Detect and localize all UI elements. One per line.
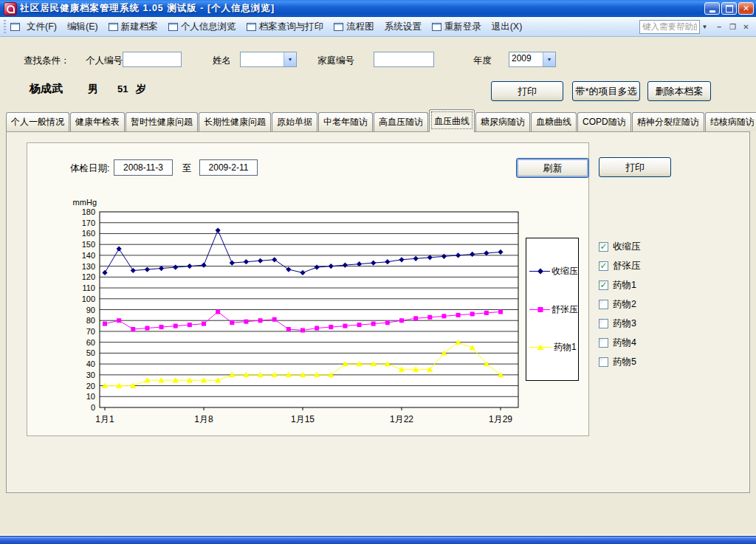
chart-panel: 体检日期: 至 刷新 01020304050607080901001101201…: [27, 142, 589, 436]
tab-9[interactable]: 血糖曲线: [531, 112, 577, 131]
year-select-value: 2009: [509, 52, 543, 66]
menu-item-7[interactable]: 重新登录: [427, 19, 487, 35]
mdi-close-button[interactable]: ✕: [740, 21, 752, 32]
svg-text:mmHg: mmHg: [73, 198, 97, 207]
panel-print-button[interactable]: 打印: [599, 157, 671, 177]
toolbar-grip-icon[interactable]: [4, 20, 6, 34]
series-checkbox-3[interactable]: 药物2: [599, 295, 641, 314]
menu-item-6[interactable]: 系统设置: [379, 19, 427, 35]
checkbox-unchecked-icon[interactable]: [599, 319, 608, 328]
restore-button[interactable]: [721, 2, 737, 15]
svg-text:120: 120: [82, 272, 95, 281]
family-id-input[interactable]: [374, 52, 434, 67]
svg-text:160: 160: [82, 229, 95, 238]
svg-text:20: 20: [86, 382, 95, 390]
tab-label: 糖尿病随访: [481, 116, 525, 128]
tab-4[interactable]: 原始单据: [272, 112, 317, 131]
series-checkbox-5[interactable]: 药物4: [599, 333, 641, 352]
taskbar[interactable]: [0, 536, 756, 544]
close-button[interactable]: ✕: [738, 2, 754, 15]
blood-pressure-curve-page: 体检日期: 至 刷新 01020304050607080901001101201…: [6, 131, 750, 493]
svg-text:150: 150: [82, 240, 95, 249]
window-title: 社区居民健康档案管理系统 1.05 测试版 - [个人信息浏览]: [20, 2, 704, 15]
blood-pressure-chart: 0102030405060708090100110120130140150160…: [27, 143, 590, 437]
personal-id-input[interactable]: [123, 52, 182, 67]
menu-item-4[interactable]: 档案查询与打印: [241, 19, 329, 35]
svg-text:180: 180: [82, 207, 95, 216]
series-checkbox-0[interactable]: ✓收缩压: [599, 237, 641, 256]
menu-item-label: 档案查询与打印: [259, 21, 324, 33]
series-checkbox-label: 药物4: [613, 337, 636, 349]
chevron-down-icon[interactable]: ▼: [284, 52, 296, 66]
series-checkbox-6[interactable]: 药物5: [599, 352, 641, 371]
tab-strip: 个人一般情况健康年检表暂时性健康问题长期性健康问题原始单据中老年随访高血压随访血…: [6, 109, 752, 131]
svg-text:80: 80: [86, 316, 95, 325]
tab-12[interactable]: 结核病随访: [705, 112, 756, 131]
chevron-down-icon[interactable]: ▼: [543, 52, 555, 66]
name-select[interactable]: ▼: [240, 52, 297, 67]
tab-label: 血糖曲线: [536, 116, 571, 128]
menu-item-label: 编辑(E): [67, 21, 98, 33]
checkbox-checked-icon[interactable]: ✓: [599, 242, 608, 252]
series-toggle-list: ✓收缩压✓舒张压✓药物1药物2药物3药物4药物5: [599, 237, 641, 371]
tab-label: 长期性健康问题: [204, 116, 266, 128]
tab-label: 高血压随访: [379, 116, 423, 128]
checkbox-checked-icon[interactable]: ✓: [599, 261, 608, 271]
menu-item-8[interactable]: 退出(X): [487, 19, 528, 35]
legend-label: 药物1: [554, 341, 577, 354]
help-search-combo: ▼: [639, 20, 709, 34]
year-select[interactable]: 2009 ▼: [509, 52, 556, 67]
menu-item-5[interactable]: 流程图: [329, 19, 379, 35]
menu-item-label: 文件(F): [27, 21, 57, 33]
menu-bar: 文件(F)编辑(E)新建档案个人信息浏览档案查询与打印流程图系统设置重新登录退出…: [0, 17, 756, 37]
name-select-value: [241, 52, 284, 66]
tab-label: 结核病随访: [710, 116, 755, 128]
series-checkbox-2[interactable]: ✓药物1: [599, 275, 641, 295]
tab-11[interactable]: 精神分裂症随访: [632, 112, 704, 131]
tab-0[interactable]: 个人一般情况: [6, 112, 69, 131]
title-bar: 社区居民健康档案管理系统 1.05 测试版 - [个人信息浏览] ✕: [0, 0, 756, 17]
tab-3[interactable]: 长期性健康问题: [199, 112, 271, 131]
svg-text:50: 50: [86, 348, 95, 357]
help-dropdown-icon[interactable]: ▼: [700, 20, 709, 34]
help-search-input[interactable]: [639, 20, 700, 34]
minimize-button[interactable]: [704, 2, 720, 15]
print-button[interactable]: 打印: [491, 81, 563, 101]
tab-2[interactable]: 暂时性健康问题: [126, 112, 198, 131]
menu-item-3[interactable]: 个人信息浏览: [163, 19, 241, 35]
checkbox-unchecked-icon[interactable]: [599, 300, 608, 309]
tab-10[interactable]: COPD随访: [577, 112, 631, 131]
series-checkbox-1[interactable]: ✓舒张压: [599, 256, 641, 275]
checkbox-unchecked-icon[interactable]: [599, 357, 608, 367]
menu-item-label: 退出(X): [492, 21, 523, 33]
menu-item-1[interactable]: 编辑(E): [62, 19, 103, 35]
series-checkbox-label: 药物2: [613, 298, 636, 311]
tab-5[interactable]: 中老年随访: [318, 112, 373, 131]
svg-text:1月29: 1月29: [489, 414, 512, 424]
menu-item-2[interactable]: 新建档案: [103, 19, 163, 35]
menu-item-0[interactable]: 文件(F): [21, 19, 62, 35]
form-icon: [168, 23, 178, 31]
legend-item-2: 药物1: [526, 341, 578, 354]
tab-8[interactable]: 糖尿病随访: [475, 112, 530, 131]
checkbox-unchecked-icon[interactable]: [599, 338, 608, 348]
series-checkbox-label: 收缩压: [613, 241, 641, 253]
legend-marker-icon: [529, 267, 550, 275]
series-checkbox-4[interactable]: 药物3: [599, 314, 641, 333]
name-label: 姓名: [213, 55, 231, 67]
delete-record-button[interactable]: 删除本档案: [647, 81, 711, 101]
tab-7[interactable]: 血压曲线: [429, 109, 475, 132]
family-id-label: 家庭编号: [317, 55, 354, 67]
tab-label: 精神分裂症随访: [637, 116, 699, 128]
year-label: 年度: [473, 55, 492, 67]
tab-6[interactable]: 高血压随访: [374, 112, 428, 131]
multi-select-button[interactable]: 带*的项目多选: [572, 81, 640, 101]
patient-age: 51: [117, 83, 128, 94]
mdi-restore-button[interactable]: ❐: [727, 21, 738, 32]
form-icon: [432, 23, 441, 31]
svg-text:1月1: 1月1: [95, 414, 114, 424]
checkbox-checked-icon[interactable]: ✓: [599, 280, 608, 290]
mdi-minimize-button[interactable]: −: [714, 21, 725, 32]
tab-1[interactable]: 健康年检表: [70, 112, 125, 131]
svg-text:10: 10: [86, 392, 95, 401]
